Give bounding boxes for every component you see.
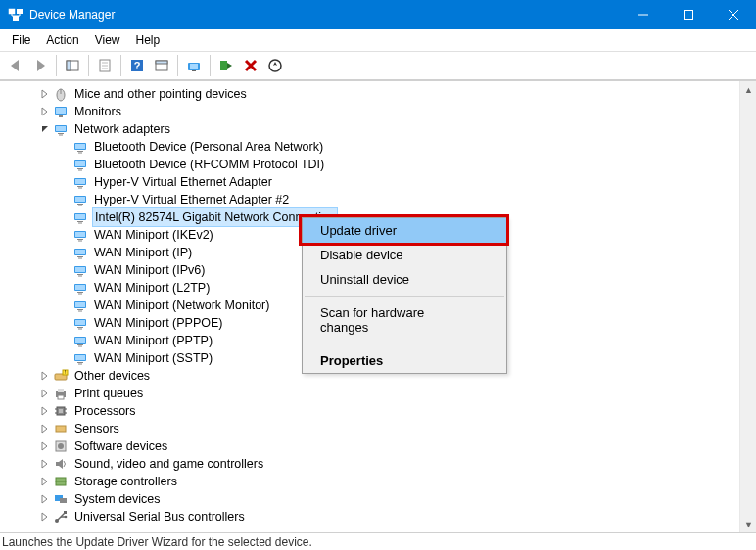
svg-rect-56 xyxy=(75,179,85,184)
action-sheet-button[interactable] xyxy=(150,54,173,77)
expand-icon[interactable] xyxy=(39,405,51,417)
maximize-button[interactable] xyxy=(666,0,711,29)
tree-node-label[interactable]: WAN Miniport (Network Monitor) xyxy=(92,297,271,314)
tree-node[interactable]: Print queues xyxy=(0,385,738,402)
tree-node-label[interactable]: Universal Serial Bus controllers xyxy=(72,508,247,526)
forward-button[interactable] xyxy=(28,54,52,77)
svg-rect-2 xyxy=(13,16,19,21)
svg-marker-138 xyxy=(42,513,47,521)
tree-node[interactable]: Software devices xyxy=(0,437,738,455)
scan-hardware-button[interactable] xyxy=(263,54,287,77)
expand-icon[interactable] xyxy=(39,511,51,523)
tree-node[interactable]: Bluetooth Device (Personal Area Network) xyxy=(0,138,738,156)
expand-icon[interactable] xyxy=(39,493,51,505)
tree-node[interactable]: Monitors xyxy=(0,103,738,120)
tree-node-label[interactable]: WAN Miniport (PPPOE) xyxy=(92,314,225,332)
tree-node-label[interactable]: System devices xyxy=(72,490,163,508)
expand-icon[interactable] xyxy=(39,370,51,382)
tree-node-label[interactable]: Sensors xyxy=(72,420,121,437)
context-menu-item[interactable]: Properties xyxy=(303,348,506,373)
tree-node-label[interactable]: Software devices xyxy=(72,437,169,455)
tree-node-label[interactable]: Other devices xyxy=(72,367,152,385)
tree-node[interactable]: Storage controllers xyxy=(0,473,738,490)
tree-node[interactable]: Network adapters xyxy=(0,120,738,138)
tree-node-label[interactable]: Bluetooth Device (Personal Area Network) xyxy=(92,138,325,156)
tree-node-label[interactable]: WAN Miniport (IP) xyxy=(92,244,194,261)
context-menu-separator xyxy=(305,296,504,297)
svg-point-129 xyxy=(58,443,64,449)
back-button[interactable] xyxy=(4,54,27,77)
svg-rect-87 xyxy=(77,292,83,293)
separator xyxy=(210,55,211,76)
collapse-icon[interactable] xyxy=(39,123,51,135)
tree-node[interactable]: Hyper-V Virtual Ethernet Adapter #2 xyxy=(0,191,738,208)
context-menu-item[interactable]: Scan for hardware changes xyxy=(303,300,506,340)
tree-node-label[interactable]: WAN Miniport (IPv6) xyxy=(92,261,207,279)
expand-icon[interactable] xyxy=(39,440,51,452)
uninstall-device-button[interactable] xyxy=(239,54,262,77)
svg-rect-134 xyxy=(56,481,66,485)
menu-help[interactable]: Help xyxy=(128,31,168,49)
tree-node-label[interactable]: Storage controllers xyxy=(72,473,179,490)
tree-node-label[interactable]: Print queues xyxy=(72,385,145,402)
svg-rect-72 xyxy=(77,239,83,240)
tree-node-label[interactable]: Monitors xyxy=(72,103,123,120)
svg-rect-116 xyxy=(58,389,64,392)
tree-node[interactable]: Processors xyxy=(0,402,738,420)
context-menu-item[interactable]: Uninstall device xyxy=(303,267,506,292)
tree-node-label[interactable]: Network adapters xyxy=(72,120,172,138)
tree-node-label[interactable]: Mice and other pointing devices xyxy=(72,85,249,103)
separator xyxy=(56,55,57,76)
svg-rect-97 xyxy=(77,327,83,328)
tree-node[interactable]: Mice and other pointing devices xyxy=(0,85,738,103)
tree-node-label[interactable]: Hyper-V Virtual Ethernet Adapter #2 xyxy=(92,191,291,208)
svg-marker-114 xyxy=(42,390,47,397)
context-menu-item[interactable]: Update driver xyxy=(303,218,506,243)
menu-action[interactable]: Action xyxy=(38,31,86,49)
minimize-button[interactable] xyxy=(621,0,666,29)
network-icon xyxy=(72,350,88,366)
help-button[interactable]: ? xyxy=(125,54,149,77)
tree-node-label[interactable]: WAN Miniport (L2TP) xyxy=(92,279,212,297)
separator xyxy=(120,55,121,76)
tree-node[interactable]: Sound, video and game controllers xyxy=(0,455,738,473)
tree-node[interactable]: Hyper-V Virtual Ethernet Adapter xyxy=(0,173,738,191)
expand-icon[interactable] xyxy=(39,423,51,435)
properties-button[interactable] xyxy=(93,54,117,77)
tree-node[interactable]: Bluetooth Device (RFCOMM Protocol TDI) xyxy=(0,156,738,173)
scroll-up-button[interactable]: ▲ xyxy=(740,81,756,98)
tree-node-label[interactable]: WAN Miniport (PPTP) xyxy=(92,332,214,349)
svg-marker-27 xyxy=(227,63,232,69)
svg-marker-110 xyxy=(42,372,47,380)
tree-node-label[interactable]: Hyper-V Virtual Ethernet Adapter xyxy=(92,173,274,191)
expand-icon[interactable] xyxy=(39,458,51,470)
tree-node-label[interactable]: Processors xyxy=(72,402,138,420)
network-icon xyxy=(72,333,88,348)
tree-node-label[interactable]: Sound, video and game controllers xyxy=(72,455,265,473)
expand-icon[interactable] xyxy=(39,106,51,117)
svg-marker-31 xyxy=(273,62,277,66)
context-menu-item[interactable]: Disable device xyxy=(303,243,506,267)
tree-node-label[interactable]: Bluetooth Device (RFCOMM Protocol TDI) xyxy=(92,156,326,173)
vertical-scrollbar[interactable]: ▲ ▼ xyxy=(739,81,756,532)
update-driver-button[interactable] xyxy=(182,54,206,77)
expand-icon[interactable] xyxy=(39,476,51,487)
tree-node-label[interactable]: WAN Miniport (SSTP) xyxy=(92,349,214,367)
enable-device-button[interactable] xyxy=(214,54,238,77)
show-hide-tree-button[interactable] xyxy=(61,54,84,77)
menu-view[interactable]: View xyxy=(87,31,128,49)
svg-rect-26 xyxy=(220,61,227,70)
close-button[interactable] xyxy=(711,0,756,29)
scroll-down-button[interactable]: ▼ xyxy=(740,516,756,532)
tree-node[interactable]: Sensors xyxy=(0,420,738,437)
expand-icon[interactable] xyxy=(39,388,51,399)
tree-node[interactable]: System devices xyxy=(0,490,738,508)
svg-rect-61 xyxy=(75,197,85,202)
expand-icon[interactable] xyxy=(39,88,51,100)
menu-file[interactable]: File xyxy=(4,31,38,49)
svg-marker-11 xyxy=(11,60,19,71)
svg-rect-106 xyxy=(75,355,85,360)
tree-node-label[interactable]: WAN Miniport (IKEv2) xyxy=(92,226,215,244)
tree-node[interactable]: Universal Serial Bus controllers xyxy=(0,508,738,526)
svg-rect-86 xyxy=(75,285,85,290)
